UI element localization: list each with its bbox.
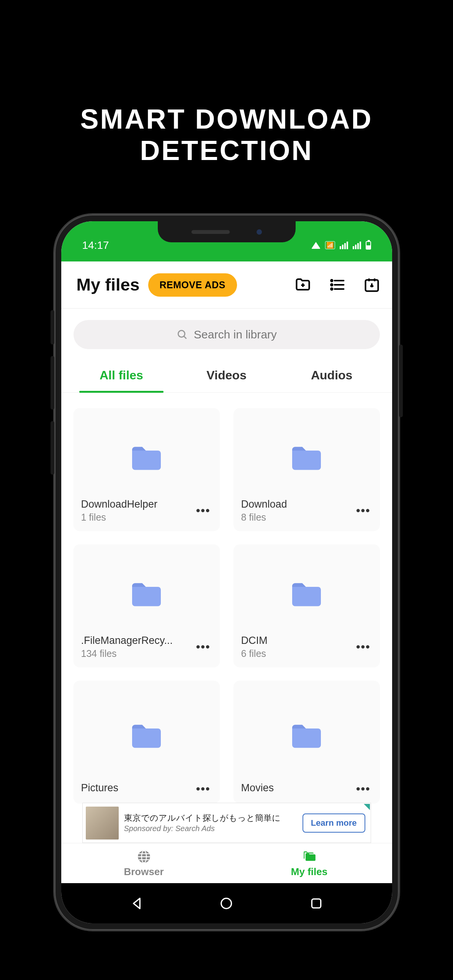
folder-icon xyxy=(288,580,325,609)
folder-name: Movies xyxy=(241,782,351,794)
volume-down-button xyxy=(51,421,54,475)
folder-count: 6 files xyxy=(241,648,351,659)
folder-name: Pictures xyxy=(81,782,191,794)
app-header: My files REMOVE ADS xyxy=(61,261,392,309)
side-button xyxy=(51,310,54,345)
folder-icon xyxy=(288,444,325,473)
front-camera xyxy=(257,229,262,235)
vowifi-icon: 📶 xyxy=(325,241,335,249)
more-options-icon[interactable]: ••• xyxy=(355,640,372,653)
folder-name: Download xyxy=(241,498,351,510)
more-options-icon[interactable]: ••• xyxy=(195,504,212,517)
svg-point-11 xyxy=(221,898,232,908)
tab-videos[interactable]: Videos xyxy=(174,361,279,392)
nav-label: Browser xyxy=(124,866,164,878)
battery-icon xyxy=(366,241,371,250)
list-view-icon[interactable] xyxy=(329,276,346,294)
svg-point-4 xyxy=(331,288,332,290)
svg-point-0 xyxy=(331,280,332,281)
folder-count: 134 files xyxy=(81,648,191,659)
svg-line-8 xyxy=(184,336,186,338)
nav-label: My files xyxy=(291,866,327,878)
signal-icon xyxy=(353,242,361,249)
folders-icon xyxy=(302,849,317,864)
folder-card[interactable]: Download 8 files ••• xyxy=(234,408,380,531)
category-tabs: All files Videos Audios xyxy=(61,354,392,393)
ad-sponsor: Sponsored by: Search Ads xyxy=(124,824,297,833)
phone-frame: 14:17 📶 My files REMOVE ADS xyxy=(54,214,399,930)
folder-card[interactable]: DCIM 6 files ••• xyxy=(234,544,380,667)
globe-icon xyxy=(136,849,152,864)
notch xyxy=(158,221,296,242)
folder-card[interactable]: .FileManagerRecy... 134 files ••• xyxy=(74,544,220,667)
tab-all-files[interactable]: All files xyxy=(69,361,174,392)
svg-rect-12 xyxy=(312,899,321,908)
folder-icon xyxy=(128,580,165,609)
more-options-icon[interactable]: ••• xyxy=(355,782,372,795)
power-button xyxy=(399,345,403,417)
search-icon xyxy=(176,328,188,341)
folder-card[interactable]: DownloadHelper 1 files ••• xyxy=(74,408,220,531)
more-options-icon[interactable]: ••• xyxy=(195,640,212,653)
wifi-icon xyxy=(311,242,321,249)
folder-name: DownloadHelper xyxy=(81,498,191,510)
system-nav xyxy=(61,883,392,923)
folder-icon xyxy=(128,722,165,751)
signal-icon xyxy=(340,242,348,249)
svg-point-2 xyxy=(331,284,332,286)
ad-image xyxy=(86,807,119,840)
folder-icon xyxy=(128,444,165,473)
bottom-nav: Browser My files xyxy=(61,843,392,883)
folder-count: 8 files xyxy=(241,512,351,523)
folder-icon xyxy=(288,722,325,751)
status-time: 14:17 xyxy=(82,239,109,252)
more-options-icon[interactable]: ••• xyxy=(355,504,372,517)
remove-ads-button[interactable]: REMOVE ADS xyxy=(148,273,237,297)
promo-headline: SMART DOWNLOAD DETECTION xyxy=(0,103,453,166)
nav-browser[interactable]: Browser xyxy=(61,843,227,883)
ad-learn-more-button[interactable]: Learn more xyxy=(303,813,365,833)
folder-grid: DownloadHelper 1 files ••• Download 8 fi… xyxy=(61,393,392,803)
search-input[interactable]: Search in library xyxy=(74,320,380,349)
home-button[interactable] xyxy=(219,896,234,911)
more-options-icon[interactable]: ••• xyxy=(195,782,212,795)
ad-banner[interactable]: 東京でのアルバイト探しがもっと簡単に Sponsored by: Search … xyxy=(82,803,371,843)
calendar-import-icon[interactable] xyxy=(363,276,381,294)
tab-audios[interactable]: Audios xyxy=(279,361,384,392)
folder-card[interactable]: Pictures ••• xyxy=(74,681,220,803)
folder-count: 1 files xyxy=(81,512,191,523)
folder-card[interactable]: Movies ••• xyxy=(234,681,380,803)
ad-info-icon[interactable] xyxy=(364,804,370,810)
page-title: My files xyxy=(77,275,140,295)
folder-name: DCIM xyxy=(241,635,351,647)
ad-text: 東京でのアルバイト探しがもっと簡単に xyxy=(124,813,297,824)
add-folder-icon[interactable] xyxy=(294,276,312,294)
speaker-grille xyxy=(191,230,230,234)
volume-up-button xyxy=(51,356,54,410)
recents-button[interactable] xyxy=(309,896,324,911)
svg-point-7 xyxy=(178,330,185,337)
search-placeholder: Search in library xyxy=(194,328,277,341)
folder-name: .FileManagerRecy... xyxy=(81,635,191,647)
back-button[interactable] xyxy=(129,896,144,911)
nav-my-files[interactable]: My files xyxy=(227,843,392,883)
